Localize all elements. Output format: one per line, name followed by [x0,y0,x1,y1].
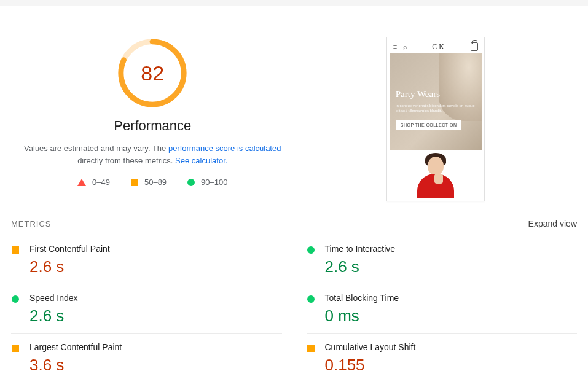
metric-row[interactable]: Time to Interactive2.6 s [307,235,578,284]
average-square-icon [131,179,138,186]
metric-label: Time to Interactive [325,244,578,254]
screenshot-column: ≡ ⌕ CK Party Wears In congue venenatis b… [294,37,578,201]
metric-value: 2.6 s [29,307,282,326]
metric-value: 0 ms [325,307,578,326]
legend-average: 50–89 [131,178,167,187]
metric-value: 0.155 [325,356,578,371]
pass-circle-icon [187,179,195,186]
metric-body: Time to Interactive2.6 s [325,244,578,276]
metric-value: 3.6 s [29,356,282,371]
summary-row: 82 Performance Values are estimated and … [11,37,577,201]
metrics-grid: First Contentful Paint2.6 sTime to Inter… [11,235,577,371]
metric-label: Total Blocking Time [325,293,578,303]
thumb-hero: Party Wears In congue venenatis bibendum… [390,53,482,150]
expand-view-toggle[interactable]: Expand view [528,219,577,228]
legend-pass: 90–100 [187,178,227,187]
shopping-bag-icon [471,42,478,51]
metric-label: Cumulative Layout Shift [325,342,578,352]
metric-row[interactable]: Speed Index2.6 s [11,284,282,334]
metric-row[interactable]: Largest Contentful Paint3.6 s [11,334,282,371]
legend-pass-range: 90–100 [201,178,227,187]
metric-row[interactable]: Cumulative Layout Shift0.155 [307,334,578,371]
legend-fail: 0–49 [77,178,110,187]
thumb-header: ≡ ⌕ CK [390,40,482,53]
average-square-icon [12,246,19,254]
metrics-header: METRICS Expand view [11,219,577,235]
thumb-hero-title: Party Wears [396,89,476,100]
thumb-hero-subtitle: In congue venenatis bibendum euvelis en … [396,103,476,114]
metric-body: First Contentful Paint2.6 s [29,244,282,276]
search-icon: ⌕ [403,43,407,50]
metric-row[interactable]: Total Blocking Time0 ms [307,284,578,334]
pass-circle-icon [307,246,315,254]
report-container: 82 Performance Values are estimated and … [0,37,588,371]
performance-gauge: 82 [116,37,189,109]
page-screenshot-thumbnail: ≡ ⌕ CK Party Wears In congue venenatis b… [386,37,485,201]
metric-body: Largest Contentful Paint3.6 s [29,342,282,370]
metrics-section-title: METRICS [11,219,52,228]
metric-value: 2.6 s [29,257,282,276]
thumb-logo: CK [414,42,465,52]
average-square-icon [307,345,315,352]
hamburger-icon: ≡ [393,43,397,50]
top-bar [0,0,588,6]
metric-label: Largest Contentful Paint [29,342,282,352]
gauge-score-value: 82 [116,37,189,109]
performance-gauge-column: 82 Performance Values are estimated and … [11,37,294,201]
disclaimer-text-2: directly from these metrics. [77,156,175,165]
legend-fail-range: 0–49 [92,178,110,187]
score-legend: 0–49 50–89 90–100 [77,178,227,187]
metric-body: Cumulative Layout Shift0.155 [325,342,578,370]
thumb-person-row [390,150,482,198]
legend-average-range: 50–89 [144,178,167,187]
average-square-icon [12,345,19,352]
disclaimer-text-1: Values are estimated and may vary. The [24,144,168,153]
metric-body: Speed Index2.6 s [29,293,282,326]
metric-row[interactable]: First Contentful Paint2.6 s [11,235,282,284]
thumb-hero-button: SHOP THE COLLECTION [396,120,462,130]
metric-body: Total Blocking Time0 ms [325,293,578,326]
metric-value: 2.6 s [325,257,578,276]
fail-triangle-icon [77,179,86,186]
pass-circle-icon [307,295,315,303]
metric-label: First Contentful Paint [29,244,282,254]
gauge-disclaimer: Values are estimated and may vary. The p… [23,143,281,166]
perf-score-link[interactable]: performance score is calculated [168,144,281,153]
see-calculator-link[interactable]: See calculator. [175,156,227,165]
metric-label: Speed Index [29,293,282,303]
pass-circle-icon [12,295,19,303]
gauge-label: Performance [114,118,191,134]
thumb-person-graphic [417,153,454,198]
